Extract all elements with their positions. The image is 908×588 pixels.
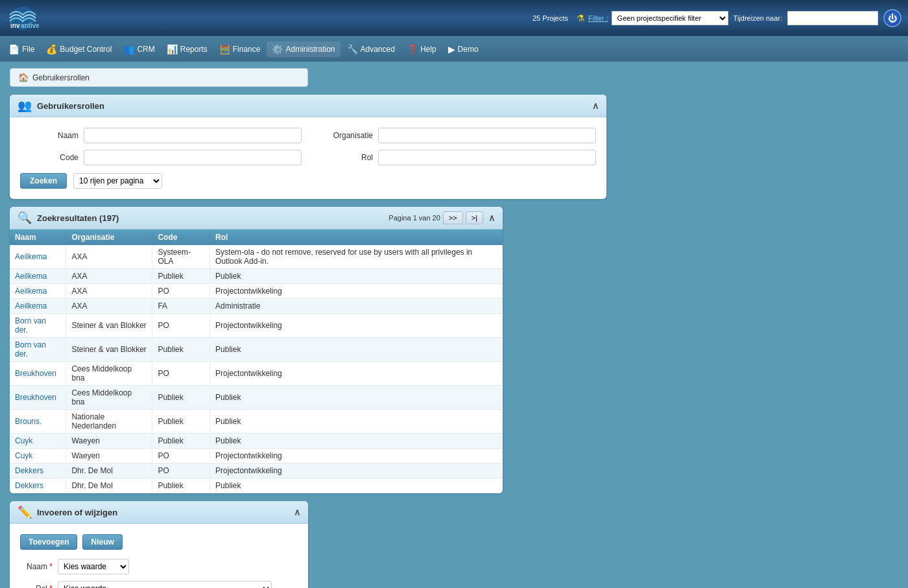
nav-item-advanced[interactable]: 🔧 Advanced — [342, 41, 400, 57]
cell-organisatie: AXA — [66, 284, 152, 299]
naam-link[interactable]: Aeilkema — [15, 301, 47, 311]
naam-link[interactable]: Born van der. — [15, 316, 46, 335]
naam-link[interactable]: Brouns. — [15, 417, 42, 426]
bottom-panel-body: Toevoegen Nieuw Naam * Kies waarde Rol — [10, 524, 308, 588]
nav-item-demo[interactable]: ▶ Demo — [443, 41, 484, 57]
cell-naam: Dekkers — [10, 478, 66, 493]
rol-input[interactable] — [378, 150, 596, 165]
nav-item-budget-control[interactable]: 💰 Budget Control — [41, 41, 117, 57]
rol-bottom-label: Rol * — [20, 584, 53, 588]
search-panel-header: 👥 Gebruikersrollen ∧ — [10, 95, 606, 117]
cell-rol: Projectontwikkeling — [210, 362, 503, 386]
tijdreizen-label: Tijdreizen naar: — [734, 14, 782, 22]
last-page-button[interactable]: >| — [466, 211, 483, 224]
organisatie-input[interactable] — [378, 128, 596, 143]
budget-icon: 💰 — [46, 44, 57, 54]
naam-link[interactable]: Aeilkema — [15, 252, 47, 261]
cell-rol: Publiek — [210, 338, 503, 362]
naam-link[interactable]: Breukhoven — [15, 393, 56, 402]
cell-rol: Projectontwikkeling — [210, 449, 503, 464]
filter-select[interactable]: Geen projectspecifiek filter Project A P… — [612, 11, 728, 25]
cell-code: Publiek — [152, 386, 210, 410]
results-header-row: Naam Organisatie Code Rol — [10, 229, 503, 245]
organisatie-row: Organisatie — [315, 128, 596, 143]
power-button[interactable]: ⏻ — [883, 9, 902, 27]
administration-icon: ⚙️ — [272, 44, 283, 54]
nav-item-reports[interactable]: 📊 Reports — [161, 41, 213, 57]
breadcrumb-label: Gebruikersrollen — [32, 73, 90, 82]
cell-organisatie: Dhr. De Mol — [66, 478, 152, 493]
cell-code: PO — [152, 362, 210, 386]
nav-label-budget: Budget Control — [60, 45, 112, 54]
naam-link[interactable]: Aeilkema — [15, 287, 47, 296]
nav-item-administration[interactable]: ⚙️ Administration — [267, 41, 340, 57]
next-page-button[interactable]: >> — [443, 211, 463, 224]
pagination-area: Pagina 1 van 20 >> >| — [388, 211, 483, 224]
file-icon: 📄 — [8, 44, 19, 54]
cell-rol: Publiek — [210, 434, 503, 449]
naam-bottom-select[interactable]: Kies waarde — [58, 559, 129, 574]
nav-label-finance: Finance — [233, 45, 261, 54]
cell-code: PO — [152, 464, 210, 478]
nav-item-crm[interactable]: 👥 CRM — [118, 41, 160, 57]
cell-organisatie: Dhr. De Mol — [66, 464, 152, 478]
rol-label: Rol — [315, 153, 373, 162]
rol-row: Rol — [315, 150, 596, 165]
cell-naam: Breukhoven — [10, 386, 66, 410]
reports-icon: 📊 — [167, 44, 178, 54]
cell-rol: Publiek — [210, 386, 503, 410]
top-bar: inv antive 25 Projects ⚗ Filter : Geen p… — [0, 0, 908, 36]
rows-per-page-select[interactable]: 10 rijen per pagina 25 rijen per pagina … — [73, 173, 162, 189]
table-row: Dekkers Dhr. De Mol Publiek Publiek — [10, 478, 503, 493]
nav-item-finance[interactable]: 🧮 Finance — [214, 41, 266, 57]
naam-link[interactable]: Breukhoven — [15, 369, 56, 378]
naam-input[interactable] — [84, 128, 302, 143]
cell-code: PO — [152, 284, 210, 299]
toevoegen-button[interactable]: Toevoegen — [20, 534, 77, 550]
rol-bottom-select[interactable]: Kies waarde — [58, 581, 272, 588]
search-panel-title: Gebruikersrollen — [37, 101, 104, 111]
results-panel-collapse[interactable]: ∧ — [488, 213, 495, 223]
cell-organisatie: Cees Middelkoop bna — [66, 386, 152, 410]
cell-code: PO — [152, 449, 210, 464]
cell-rol: Administratie — [210, 299, 503, 314]
finance-icon: 🧮 — [219, 44, 230, 54]
search-panel-collapse[interactable]: ∧ — [592, 100, 599, 111]
bottom-panel-collapse[interactable]: ∧ — [294, 507, 300, 517]
naam-link[interactable]: Aeilkema — [15, 272, 47, 281]
naam-link[interactable]: Cuyk — [15, 451, 32, 460]
naam-link[interactable]: Born van der. — [15, 340, 46, 359]
naam-link[interactable]: Dekkers — [15, 481, 43, 490]
filter-icon: ⚗ — [577, 13, 585, 23]
col-rol: Rol — [210, 229, 503, 245]
search-button[interactable]: Zoeken — [20, 173, 67, 189]
bottom-form: Naam * Kies waarde Rol * Kies waarde — [20, 559, 298, 588]
col-naam: Naam — [10, 229, 66, 245]
search-panel-title-area: 👥 Gebruikersrollen — [18, 99, 104, 113]
nav-item-help[interactable]: ❓ Help — [401, 41, 442, 57]
naam-link[interactable]: Dekkers — [15, 466, 43, 475]
cell-code: Publiek — [152, 269, 210, 284]
users-icon: 👥 — [18, 99, 32, 113]
cell-rol: Projectontwikkeling — [210, 314, 503, 338]
cell-organisatie: Waeyen — [66, 434, 152, 449]
nav-item-file[interactable]: 📄 File — [3, 41, 40, 57]
naam-bottom-label: Naam * — [20, 562, 53, 571]
advanced-icon: 🔧 — [347, 44, 358, 54]
table-row: Aeilkema AXA FA Administratie — [10, 299, 503, 314]
results-table-body: Aeilkema AXA Systeem-OLA System-ola - do… — [10, 245, 503, 493]
nieuw-button[interactable]: Nieuw — [82, 534, 122, 550]
cell-naam: Dekkers — [10, 464, 66, 478]
col-code: Code — [152, 229, 210, 245]
cell-organisatie: Cees Middelkoop bna — [66, 362, 152, 386]
cell-code: Publiek — [152, 434, 210, 449]
form-actions: Zoeken 10 rijen per pagina 25 rijen per … — [20, 173, 596, 189]
tijdreizen-input[interactable] — [787, 11, 878, 25]
search-panel: 👥 Gebruikersrollen ∧ Naam Organisatie Co… — [10, 95, 606, 199]
naam-row: Naam — [20, 128, 302, 143]
naam-link[interactable]: Cuyk — [15, 436, 32, 445]
code-input[interactable] — [84, 150, 302, 165]
filter-link[interactable]: Filter : — [588, 14, 608, 22]
nav-label-administration: Administration — [285, 45, 335, 54]
cell-organisatie: Waeyen — [66, 449, 152, 464]
